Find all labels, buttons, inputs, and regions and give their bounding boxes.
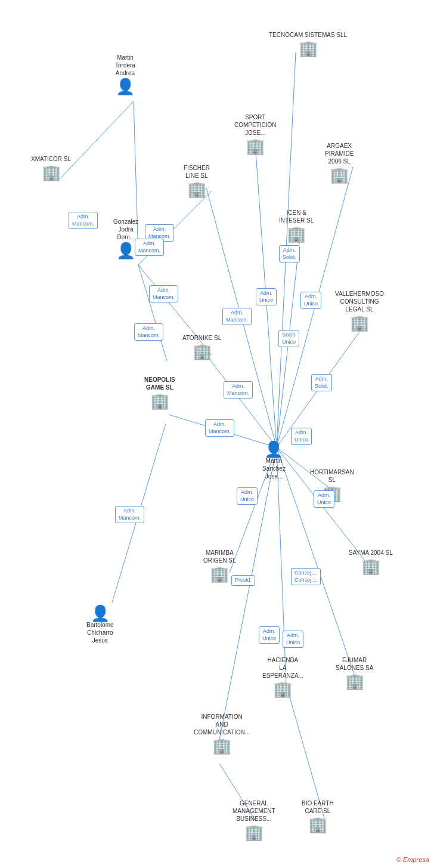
badge-adm-solid-1[interactable]: Adm.Solid. bbox=[279, 245, 300, 262]
person-icon-bartolome: 👤 bbox=[91, 606, 110, 621]
building-icon-sport: 🏢 bbox=[246, 138, 265, 154]
node-atornike[interactable]: ATORNIKE SL 🏢 bbox=[182, 334, 221, 359]
building-icon-icen: 🏢 bbox=[287, 226, 306, 242]
badge-socio-unico[interactable]: SocioUnico bbox=[278, 330, 299, 347]
node-icen[interactable]: ICEN &INTESER SL 🏢 bbox=[279, 209, 314, 242]
node-sport[interactable]: SPORTCOMPETICIONJOSE... 🏢 bbox=[234, 113, 277, 154]
node-martin-sanchez[interactable]: 👤 MartinSanchezJose... bbox=[262, 441, 286, 482]
diagram-canvas: TECNOCAM SISTEMAS SLL 🏢 SPORTCOMPETICION… bbox=[0, 0, 434, 868]
svg-line-16 bbox=[277, 447, 286, 685]
building-icon-general: 🏢 bbox=[244, 824, 264, 840]
node-martin-tordera[interactable]: MartinTorderaAndrea 👤 bbox=[115, 54, 135, 94]
node-hacienda[interactable]: HACIENDALAESPERANZA... 🏢 bbox=[262, 656, 303, 697]
badge-adm-mancom-3[interactable]: Adm.Mancom. bbox=[135, 239, 164, 256]
building-icon-sayma: 🏢 bbox=[361, 558, 380, 574]
badge-adm-mancom-9[interactable]: Adm.Mancom. bbox=[115, 506, 144, 523]
building-icon-tecnocam: 🏢 bbox=[299, 41, 318, 56]
building-icon-xmaticor: 🏢 bbox=[42, 165, 61, 180]
badge-consej[interactable]: Consej....Consej.... bbox=[291, 568, 321, 585]
badge-adm-mancom-5[interactable]: Adm.Mancom. bbox=[134, 323, 163, 341]
building-icon-information: 🏢 bbox=[212, 738, 231, 753]
badge-adm-unico-2[interactable]: Adm.Unico bbox=[300, 292, 321, 309]
badge-adm-mancom-8[interactable]: Adm.Mancom. bbox=[205, 419, 234, 437]
building-icon-ejumar: 🏢 bbox=[345, 674, 364, 689]
badge-adm-mancom-6[interactable]: Adm.Mancom. bbox=[222, 308, 252, 325]
badge-adm-unico-3[interactable]: Adm.Unico bbox=[291, 428, 312, 445]
node-tecnocam[interactable]: TECNOCAM SISTEMAS SLL 🏢 bbox=[269, 31, 347, 56]
svg-line-3 bbox=[138, 265, 167, 361]
node-general[interactable]: GENERALMANAGEMENTBUSINESS... 🏢 bbox=[232, 799, 275, 840]
badge-adm-solid-2[interactable]: Adm.Solid. bbox=[311, 374, 332, 391]
node-sayma[interactable]: SAYMA 2004 SL 🏢 bbox=[349, 549, 393, 574]
badge-adm-unico-6[interactable]: Adm.Unico bbox=[259, 626, 280, 644]
watermark: © Empresa bbox=[396, 856, 429, 863]
building-icon-vallehermoso: 🏢 bbox=[350, 315, 369, 330]
building-icon-hacienda: 🏢 bbox=[273, 681, 292, 697]
building-icon-marimba: 🏢 bbox=[210, 566, 229, 582]
building-icon-atornike: 🏢 bbox=[193, 344, 212, 359]
badge-adm-unico-5[interactable]: Adm.Unico bbox=[314, 490, 334, 508]
node-fischer[interactable]: FISCHERLINE SL 🏢 bbox=[184, 164, 210, 197]
node-vallehermoso[interactable]: VALLEHERMOSOCONSULTINGLEGAL SL 🏢 bbox=[335, 290, 384, 330]
building-icon-argaex: 🏢 bbox=[330, 167, 349, 183]
node-xmaticor[interactable]: XMATICOR SL 🏢 bbox=[31, 155, 71, 180]
node-ejumar[interactable]: EJUMARSALONES SA 🏢 bbox=[336, 656, 373, 689]
badge-adm-unico-7[interactable]: Adm.Unico bbox=[283, 631, 303, 648]
building-icon-bioearth: 🏢 bbox=[308, 817, 327, 832]
badge-adm-mancom-1[interactable]: Adm.Mancom. bbox=[69, 212, 98, 229]
building-icon-fischer: 🏢 bbox=[187, 181, 206, 197]
badge-adm-mancom-4[interactable]: Adm.Mancom. bbox=[149, 285, 178, 302]
badge-adm-unico-4[interactable]: Adm.Unico bbox=[237, 487, 258, 505]
person-icon-gonzalez: 👤 bbox=[116, 243, 135, 258]
badge-adm-mancom-7[interactable]: Adm.Mancom. bbox=[224, 381, 253, 399]
node-neopolis[interactable]: NEOPOLISGAME SL 🏢 bbox=[144, 376, 175, 409]
node-bartolome[interactable]: 👤 BartolomeChicharroJesus bbox=[86, 606, 114, 646]
node-bioearth[interactable]: BIO EARTHCARE SL 🏢 bbox=[302, 799, 334, 832]
node-argaex[interactable]: ARGAEXPIRAMIDE2006 SL 🏢 bbox=[325, 142, 354, 183]
person-icon-martin-sanchez: 👤 bbox=[264, 441, 283, 457]
building-icon-neopolis: 🏢 bbox=[150, 393, 169, 409]
node-information[interactable]: INFORMATIONANDCOMMUNICATION... 🏢 bbox=[194, 713, 250, 753]
badge-presid[interactable]: Presid. bbox=[231, 575, 255, 586]
badge-adm-unico-1[interactable]: Adm.Unico bbox=[256, 288, 277, 305]
person-icon-martin-tordera: 👤 bbox=[116, 79, 135, 94]
